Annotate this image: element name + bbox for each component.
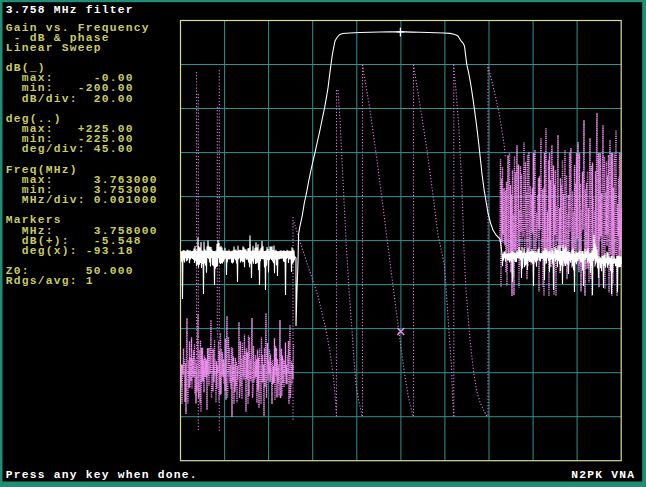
svg-text:MHz/div: 0.001000: MHz/div: 0.001000 [6,194,158,206]
svg-text:N2PK VNA: N2PK VNA [571,469,635,481]
svg-text:Press any key when done.: Press any key when done. [6,469,198,481]
svg-text:3.758 MHz filter: 3.758 MHz filter [6,4,134,16]
svg-text:deg/div: 45.00: deg/div: 45.00 [6,143,134,155]
svg-text:Linear Sweep: Linear Sweep [6,42,102,54]
svg-text:deg(x): -93.18: deg(x): -93.18 [6,245,134,257]
svg-text:Rdgs/avg: 1: Rdgs/avg: 1 [6,275,94,287]
svg-text:dB/div: 20.00: dB/div: 20.00 [6,93,134,105]
